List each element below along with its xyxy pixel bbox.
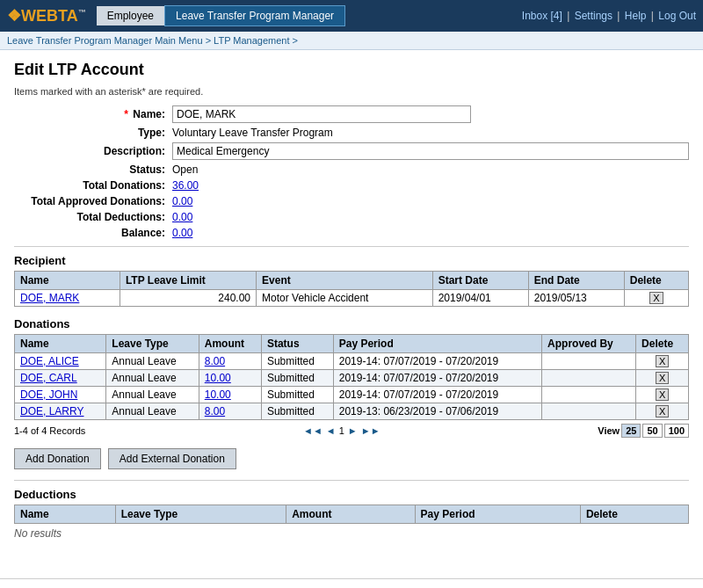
recipient-limit: 240.00 [120,290,256,307]
donation-payperiod: 2019-14: 07/07/2019 - 07/20/2019 [333,370,541,387]
type-value: Voluntary Leave Transfer Program [172,127,333,139]
donation-name[interactable]: DOE, ALICE [15,353,106,370]
donations-header-row: Name Leave Type Amount Status Pay Period… [15,335,689,353]
status-label: Status: [14,163,172,176]
recipient-name[interactable]: DOE, MARK [15,290,120,307]
employee-nav[interactable]: Employee [97,6,164,25]
recipient-col-limit: LTP Leave Limit [120,272,256,290]
header: ❖WEBTA™ Employee Leave Transfer Program … [0,0,703,32]
balance-row: Balance: 0.00 [14,227,689,239]
total-deductions-label: Total Deductions: [14,211,172,223]
donations-title: Donations [14,317,689,330]
balance-label: Balance: [14,227,172,239]
view-100[interactable]: 100 [664,424,689,438]
donation-name[interactable]: DOE, JOHN [15,387,106,403]
donation-name[interactable]: DOE, CARL [15,370,106,387]
bottom-buttons: Save Close Account Cancel [0,578,703,588]
recipient-col-end: End Date [528,272,624,290]
pagination-row: 1-4 of 4 Records ◄◄ ◄ 1 ► ►► View 25 50 … [14,424,689,438]
donation-delete[interactable]: X [636,370,689,387]
recipient-col-event: Event [257,272,433,290]
pagination-controls: ◄◄ ◄ 1 ► ►► [303,425,380,436]
donation-name[interactable]: DOE, LARRY [15,403,106,420]
table-row: DOE, LARRY Annual Leave 8.00 Submitted 2… [15,403,689,420]
recipient-delete[interactable]: X [624,290,688,307]
delete-icon[interactable]: X [656,388,669,401]
deductions-col-delete: Delete [580,505,688,524]
deductions-header-row: Name Leave Type Amount Pay Period Delete [15,505,689,524]
description-input[interactable] [172,142,689,160]
main-content: Edit LTP Account Items marked with an as… [0,50,703,564]
donation-amount[interactable]: 10.00 [199,387,261,403]
recipient-end: 2019/05/13 [528,290,624,307]
donation-payperiod: 2019-14: 07/07/2019 - 07/20/2019 [333,387,541,403]
total-approved-label: Total Approved Donations: [14,195,172,207]
donation-delete[interactable]: X [636,403,689,420]
page-next[interactable]: ► [348,425,358,436]
donations-col-approved: Approved By [542,335,636,353]
recipient-start: 2019/04/01 [432,290,528,307]
required-note: Items marked with an asterisk* are requi… [14,86,689,97]
form-section: * Name: Type: Voluntary Leave Transfer P… [14,105,689,239]
donation-status: Submitted [261,403,333,420]
table-row: DOE, MARK 240.00 Motor Vehicle Accident … [15,290,689,307]
inbox-link[interactable]: Inbox [4] [522,10,562,22]
recipient-col-delete: Delete [624,272,688,290]
donation-amount[interactable]: 8.00 [199,353,261,370]
balance-value[interactable]: 0.00 [172,227,192,239]
settings-link[interactable]: Settings [575,10,612,22]
logo: ❖WEBTA™ [7,6,86,25]
donation-delete[interactable]: X [636,387,689,403]
header-right: Inbox [4] | Settings | Help | Log Out [522,10,696,22]
donation-status: Submitted [261,353,333,370]
view-label: View [598,425,620,436]
donation-status: Submitted [261,387,333,403]
donation-approved [542,353,636,370]
required-star: * [124,108,128,120]
logo-web: ❖ [7,7,21,25]
page-title: Edit LTP Account [14,61,689,79]
donations-col-delete: Delete [636,335,689,353]
donations-col-amount: Amount [199,335,261,353]
page-first[interactable]: ◄◄ [303,425,323,436]
recipient-header-row: Name LTP Leave Limit Event Start Date En… [15,272,689,290]
donation-status: Submitted [261,370,333,387]
status-value: Open [172,163,198,176]
records-info: 1-4 of 4 Records [14,425,85,436]
page-number: 1 [339,425,344,436]
view-options: View 25 50 100 [598,424,689,438]
page-last[interactable]: ►► [361,425,380,436]
donation-amount[interactable]: 10.00 [199,370,261,387]
add-external-donation-button[interactable]: Add External Donation [108,448,236,469]
view-50[interactable]: 50 [642,424,662,438]
delete-icon[interactable]: X [649,292,663,304]
name-input[interactable] [172,105,471,123]
donation-payperiod: 2019-14: 07/07/2019 - 07/20/2019 [333,353,541,370]
donation-delete[interactable]: X [636,353,689,370]
recipient-title: Recipient [14,254,689,267]
view-25[interactable]: 25 [621,424,641,438]
manager-nav[interactable]: Leave Transfer Program Manager [164,5,345,26]
total-deductions-value[interactable]: 0.00 [172,211,192,223]
donation-leavetype: Annual Leave [106,387,199,403]
delete-icon[interactable]: X [656,405,669,417]
delete-icon[interactable]: X [656,355,669,367]
description-row: Description: [14,142,689,160]
breadcrumb-ltp[interactable]: LTP Management [214,35,289,46]
help-link[interactable]: Help [625,10,647,22]
donation-amount[interactable]: 8.00 [199,403,261,420]
donation-approved [542,403,636,420]
logo-tm: ™ [78,8,86,17]
donations-col-leavetype: Leave Type [106,335,199,353]
total-deductions-row: Total Deductions: 0.00 [14,211,689,223]
breadcrumb-main[interactable]: Leave Transfer Program Manager Main Menu [7,35,203,46]
total-approved-value[interactable]: 0.00 [172,195,192,207]
logout-link[interactable]: Log Out [658,10,696,22]
deductions-col-leavetype: Leave Type [115,505,286,524]
page-prev[interactable]: ◄ [326,425,336,436]
deductions-col-amount: Amount [286,505,415,524]
donation-buttons: Add Donation Add External Donation [14,448,689,469]
add-donation-button[interactable]: Add Donation [14,448,101,469]
delete-icon[interactable]: X [656,372,669,384]
total-donations-value[interactable]: 36.00 [172,179,199,192]
